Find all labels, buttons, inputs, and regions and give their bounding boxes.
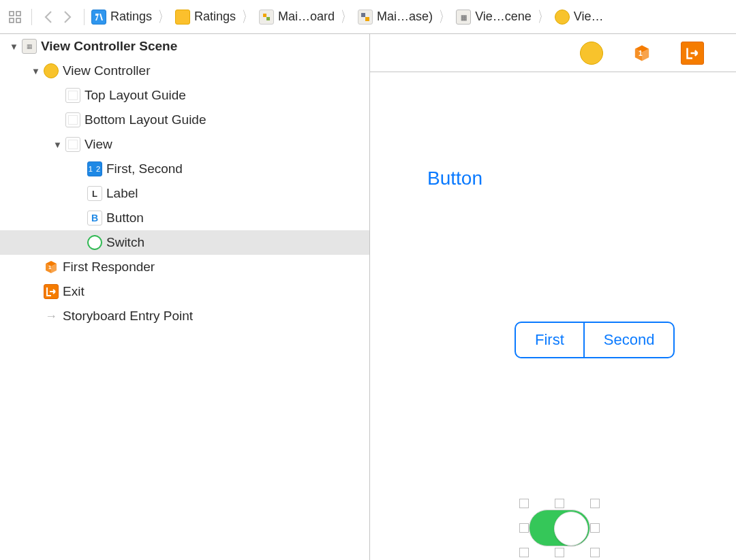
switch-icon [87,235,102,250]
dock-exit-icon[interactable] [681,42,704,65]
entry-point-icon: → [44,309,59,324]
segment-first[interactable]: First [516,323,583,357]
outline-item-top-layout-guide[interactable]: Top Layout Guide [0,83,369,108]
outline-item-switch[interactable]: Switch [0,230,369,255]
breadcrumb-item-storyboard[interactable]: Mai…oard [259,10,335,25]
breadcrumb-label: Vie…cene [475,10,532,24]
canvas-switch[interactable] [529,510,590,546]
breadcrumb-label: Vie… [574,10,604,24]
button-icon: B [87,211,102,225]
outline-item-exit[interactable]: Exit [0,279,369,304]
outline-item-first-responder[interactable]: 1 First Responder [0,255,369,279]
disclosure-triangle-icon[interactable]: ▼ [53,140,63,150]
label-icon: L [87,186,102,201]
outline-label: Top Layout Guide [85,88,186,103]
scene-icon: ▦ [22,39,37,54]
selection-handle[interactable] [555,499,564,508]
svg-rect-3 [16,18,20,22]
selection-handle[interactable] [590,523,600,533]
selection-handle[interactable] [519,499,529,508]
outline-item-bottom-layout-guide[interactable]: Bottom Layout Guide [0,108,369,132]
related-items-icon[interactable] [5,7,25,27]
breadcrumb-item-scene[interactable]: ▦ Vie…cene [456,10,532,25]
app-icon [91,10,106,25]
outline-item-view[interactable]: ▼ View [0,132,369,157]
outline-label: View [85,137,112,152]
breadcrumb-label: Mai…ase) [377,10,433,24]
selection-handle[interactable] [590,548,600,557]
chevron-right-icon: 〉 [538,7,548,27]
forward-button[interactable] [58,7,77,27]
view-controller-icon [44,63,59,78]
breadcrumb-item-viewcontroller[interactable]: Vie… [555,10,604,25]
view-icon [65,137,80,152]
canvas[interactable]: Button First Second [370,72,736,560]
layout-guide-icon [65,112,80,127]
breadcrumb: Ratings 〉 Ratings 〉 Mai…oard 〉 Mai…ase) … [91,7,731,27]
outline-label: Label [106,186,138,201]
outline-item-label[interactable]: L Label [0,181,369,206]
outline-item-scene[interactable]: ▼ ▦ View Controller Scene [0,34,369,59]
outline-label: Exit [63,284,85,299]
layout-guide-icon [65,88,80,103]
scene-icon: ▦ [456,10,471,25]
outline-item-view-controller[interactable]: ▼ View Controller [0,59,369,83]
outline-label: Switch [106,235,144,250]
folder-icon [175,10,190,25]
svg-text:1: 1 [638,49,642,57]
breadcrumb-label: Ratings [194,10,236,24]
separator [31,9,32,25]
segmented-control-icon: 1 2 [87,161,102,176]
outline-item-entry-point[interactable]: → Storyboard Entry Point [0,304,369,328]
disclosure-triangle-icon[interactable]: ▼ [31,66,41,76]
dock-view-controller-icon[interactable] [580,42,603,65]
outline-item-segmented-control[interactable]: 1 2 First, Second [0,157,369,181]
canvas-switch-selection[interactable] [522,501,597,555]
breadcrumb-item-group[interactable]: Ratings [175,10,236,25]
outline-label: View Controller [63,63,150,78]
selection-handle[interactable] [590,499,600,508]
disclosure-triangle-icon[interactable]: ▼ [10,42,19,52]
outline-label: View Controller Scene [41,39,177,54]
outline-label: Storyboard Entry Point [63,309,193,324]
chevron-right-icon: 〉 [439,7,449,27]
selection-handle[interactable] [519,523,529,533]
svg-rect-0 [10,12,14,16]
canvas-button[interactable]: Button [427,168,482,189]
segment-second[interactable]: Second [583,323,674,357]
outline-item-button[interactable]: B Button [0,206,369,230]
breadcrumb-item-project[interactable]: Ratings [91,10,152,25]
chevron-right-icon: 〉 [341,7,351,27]
chevron-right-icon: 〉 [158,7,168,27]
svg-text:1: 1 [48,264,52,270]
selection-handle[interactable] [519,548,529,557]
document-outline: ▼ ▦ View Controller Scene ▼ View Control… [0,34,370,560]
first-responder-icon: 1 [44,260,59,275]
breadcrumb-label: Ratings [110,10,152,24]
chevron-right-icon: 〉 [242,7,252,27]
dock-first-responder-icon[interactable]: 1 [630,42,654,65]
breadcrumb-item-storyboard-base[interactable]: Mai…ase) [358,10,433,25]
selection-handle[interactable] [555,548,564,557]
scene-dock: 1 [370,34,736,72]
outline-label: First Responder [63,260,155,275]
canvas-segmented-control[interactable]: First Second [515,322,675,358]
svg-rect-1 [16,12,20,16]
outline-label: Bottom Layout Guide [85,112,206,127]
outline-label: Button [106,211,144,225]
outline-label: First, Second [106,161,183,176]
breadcrumb-label: Mai…oard [278,10,335,24]
exit-icon [44,284,59,299]
back-button[interactable] [39,7,58,27]
storyboard-icon [358,10,373,25]
switch-knob [554,512,588,546]
svg-rect-2 [10,18,14,22]
view-controller-icon [555,10,570,25]
storyboard-icon [259,10,274,25]
separator [84,9,85,25]
